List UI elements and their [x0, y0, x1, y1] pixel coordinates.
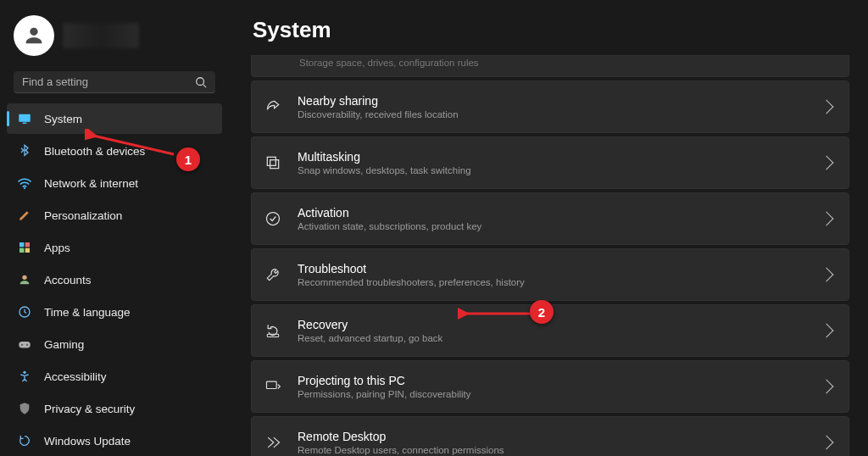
remote-icon — [264, 433, 282, 452]
card-multitasking[interactable]: Multitasking Snap windows, desktops, tas… — [251, 136, 849, 189]
card-subtitle: Remote Desktop users, connection permiss… — [298, 445, 821, 455]
nav-item-update[interactable]: Windows Update — [7, 425, 222, 456]
activation-icon — [264, 209, 282, 228]
nav-label: Accounts — [44, 274, 92, 286]
svg-point-13 — [26, 344, 28, 346]
card-subtitle: Snap windows, desktops, task switching — [298, 165, 821, 175]
card-title: Nearby sharing — [298, 94, 821, 108]
chevron-right-icon — [820, 100, 834, 114]
nav-label: Accessibility — [44, 370, 107, 383]
card-subtitle: Activation state, subscriptions, product… — [298, 221, 821, 231]
page-title: System — [253, 17, 853, 43]
svg-point-14 — [23, 371, 25, 374]
card-subtitle: Storage space, drives, configuration rul… — [299, 58, 835, 68]
svg-rect-6 — [25, 242, 30, 247]
svg-point-17 — [267, 213, 280, 225]
nav-item-accounts[interactable]: Accounts — [7, 264, 222, 295]
profile-row[interactable] — [7, 12, 222, 71]
share-icon — [264, 97, 282, 116]
card-subtitle: Recommended troubleshooters, preferences… — [298, 277, 821, 287]
chevron-right-icon — [820, 324, 834, 338]
card-title: Troubleshoot — [298, 262, 821, 275]
profile-name-redacted — [63, 23, 139, 48]
nav-item-accessibility[interactable]: Accessibility — [7, 361, 222, 392]
nav-label: Gaming — [44, 338, 84, 351]
search-icon — [195, 76, 207, 88]
nav-label: Privacy & security — [44, 403, 135, 415]
avatar — [14, 15, 54, 56]
nav-item-time[interactable]: Time & language — [7, 297, 222, 327]
svg-point-12 — [21, 344, 23, 346]
nav-label: Personalization — [44, 209, 122, 222]
projecting-icon — [264, 377, 282, 396]
card-title: Recovery — [298, 318, 821, 331]
apps-icon — [17, 240, 32, 255]
nav-label: Time & language — [44, 306, 131, 319]
nav-label: Network & internet — [44, 177, 138, 190]
svg-rect-7 — [19, 248, 24, 253]
svg-rect-8 — [25, 248, 30, 253]
chevron-right-icon — [820, 436, 834, 450]
multitasking-icon — [264, 153, 282, 172]
nav-item-gaming[interactable]: Gaming — [7, 329, 222, 359]
chevron-right-icon — [820, 156, 834, 170]
nav-label: System — [44, 113, 82, 125]
svg-line-1 — [203, 84, 207, 87]
nav-item-privacy[interactable]: Privacy & security — [7, 393, 222, 424]
nav-list: System Bluetooth & devices Network & int… — [7, 103, 222, 456]
card-subtitle: Discoverability, received files location — [298, 109, 821, 120]
recovery-icon — [264, 321, 282, 340]
privacy-icon — [17, 401, 32, 416]
search-box[interactable] — [14, 71, 215, 93]
nav-item-bluetooth[interactable]: Bluetooth & devices — [7, 136, 222, 166]
sidebar: System Bluetooth & devices Network & int… — [0, 0, 229, 456]
nav-label: Apps — [44, 242, 70, 254]
nav-item-system[interactable]: System — [7, 103, 222, 134]
nav-label: Windows Update — [44, 435, 131, 448]
bluetooth-icon — [17, 143, 32, 158]
card-subtitle: Reset, advanced startup, go back — [298, 333, 821, 343]
cards-scroll[interactable]: Storage space, drives, configuration rul… — [251, 55, 853, 456]
main-content: System Storage space, drives, configurat… — [229, 0, 868, 456]
svg-rect-16 — [270, 160, 279, 169]
card-title: Remote Desktop — [298, 430, 821, 443]
card-subtitle: Permissions, pairing PIN, discoverabilit… — [298, 389, 821, 399]
chevron-right-icon — [820, 212, 834, 226]
chevron-right-icon — [820, 380, 834, 394]
card-title: Activation — [298, 206, 821, 220]
svg-point-4 — [24, 187, 25, 189]
time-icon — [17, 304, 32, 320]
svg-point-0 — [197, 77, 204, 85]
svg-rect-5 — [19, 242, 24, 247]
card-activation[interactable]: Activation Activation state, subscriptio… — [251, 192, 849, 245]
accessibility-icon — [17, 369, 32, 384]
search-input[interactable] — [22, 75, 195, 88]
card-remote-desktop[interactable]: Remote Desktop Remote Desktop users, con… — [251, 416, 849, 456]
card-troubleshoot[interactable]: Troubleshoot Recommended troubleshooters… — [251, 248, 849, 301]
card-storage-partial[interactable]: Storage space, drives, configuration rul… — [251, 55, 849, 77]
svg-point-9 — [22, 275, 26, 280]
svg-rect-15 — [267, 157, 275, 165]
nav-item-network[interactable]: Network & internet — [7, 168, 222, 198]
accounts-icon — [17, 272, 32, 287]
card-title: Projecting to this PC — [298, 374, 821, 387]
chevron-right-icon — [820, 268, 834, 282]
svg-rect-11 — [19, 342, 31, 348]
user-icon — [22, 24, 46, 47]
svg-rect-2 — [19, 114, 31, 122]
update-icon — [17, 433, 32, 448]
nav-item-apps[interactable]: Apps — [7, 232, 222, 263]
troubleshoot-icon — [264, 265, 282, 284]
gaming-icon — [17, 336, 32, 352]
nav-item-personalization[interactable]: Personalization — [7, 200, 222, 231]
card-nearby-sharing[interactable]: Nearby sharing Discoverability, received… — [251, 81, 849, 133]
personalization-icon — [17, 208, 32, 223]
nav-label: Bluetooth & devices — [44, 145, 145, 158]
card-recovery[interactable]: Recovery Reset, advanced startup, go bac… — [251, 304, 849, 357]
card-title: Multitasking — [298, 150, 821, 164]
network-icon — [17, 175, 32, 191]
card-projecting[interactable]: Projecting to this PC Permissions, pairi… — [251, 360, 849, 413]
system-icon — [17, 111, 32, 126]
svg-rect-3 — [23, 123, 27, 125]
svg-rect-19 — [267, 381, 277, 388]
